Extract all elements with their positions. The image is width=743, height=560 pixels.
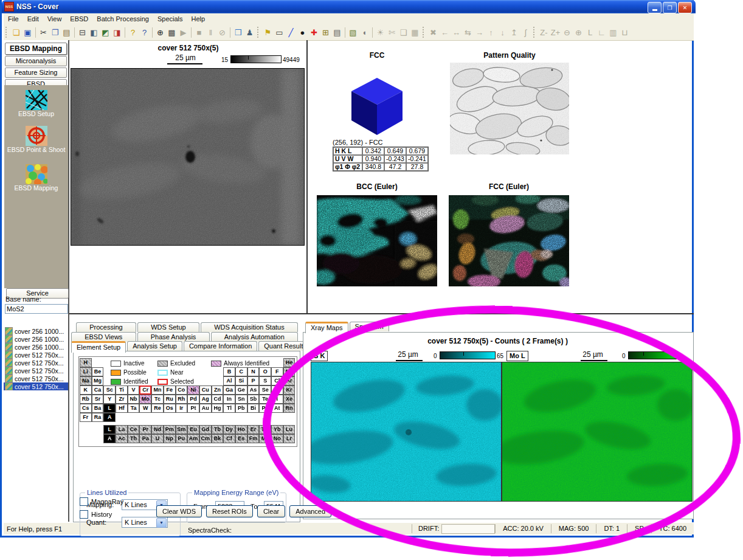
- element-ca[interactable]: Ca: [92, 385, 104, 395]
- reset-rois-button[interactable]: Reset ROIs: [206, 505, 253, 517]
- list-item[interactable]: cover 512 750x...: [4, 382, 68, 390]
- title-bar[interactable]: NSS NSS - Cover ❐ ✕: [2, 0, 696, 13]
- element-re[interactable]: Re: [151, 404, 164, 413]
- element-in[interactable]: In: [223, 395, 235, 404]
- menu-view[interactable]: View: [43, 13, 66, 24]
- element-a[interactable]: A: [103, 434, 116, 443]
- rect-tool-icon[interactable]: ▭: [274, 26, 285, 38]
- restore-button[interactable]: ❐: [663, 2, 677, 13]
- copy-icon[interactable]: ❐: [49, 26, 61, 38]
- element-er[interactable]: Er: [247, 425, 260, 434]
- pattern-quality-image[interactable]: [450, 63, 569, 154]
- element-mn[interactable]: Mn: [151, 385, 164, 395]
- element-l[interactable]: L: [103, 404, 116, 413]
- element-ra[interactable]: Ra: [92, 413, 104, 422]
- element-nb[interactable]: Nb: [128, 395, 140, 404]
- element-np[interactable]: Np: [164, 434, 176, 443]
- element-au[interactable]: Au: [199, 404, 212, 413]
- list-item[interactable]: cover 512 750x...: [4, 359, 68, 367]
- user-icon[interactable]: ♟: [244, 26, 255, 38]
- element-mg[interactable]: Mg: [92, 376, 104, 385]
- menu-ebsd[interactable]: EBSD: [66, 13, 92, 24]
- context-help-icon[interactable]: ?: [139, 26, 150, 38]
- element-f[interactable]: F: [271, 367, 283, 376]
- element-pb[interactable]: Pb: [235, 404, 247, 413]
- element-cd[interactable]: Cd: [212, 395, 224, 404]
- element-pa[interactable]: Pa: [139, 434, 151, 443]
- element-hf[interactable]: Hf: [116, 404, 128, 413]
- element-rh[interactable]: Rh: [176, 395, 188, 404]
- element-la[interactable]: La: [116, 425, 128, 434]
- element-os[interactable]: Os: [164, 404, 176, 413]
- beam-control-icon[interactable]: ▩: [166, 26, 178, 38]
- tab-wds-acquisition-status[interactable]: WDS Acquisition Status: [201, 322, 298, 332]
- list-item[interactable]: cover 256 1000...: [4, 343, 68, 351]
- sem-image[interactable]: [71, 68, 305, 246]
- tab-xray-maps[interactable]: Xray Maps: [305, 322, 348, 333]
- element-dy[interactable]: Dy: [223, 425, 235, 434]
- stage-position-icon[interactable]: ⊕: [154, 26, 166, 38]
- element-pm[interactable]: Pm: [164, 425, 176, 434]
- element-pu[interactable]: Pu: [176, 434, 188, 443]
- element-ge[interactable]: Ge: [235, 385, 247, 395]
- element-eu[interactable]: Eu: [187, 425, 199, 434]
- element-lr[interactable]: Lr: [283, 434, 295, 443]
- element-bk[interactable]: Bk: [212, 434, 224, 443]
- element-as[interactable]: As: [247, 385, 260, 395]
- magnaray-checkbox[interactable]: [80, 497, 88, 506]
- menu-help[interactable]: Help: [187, 13, 210, 24]
- tab-ebsd-views[interactable]: EBSD Views: [71, 332, 136, 342]
- sidebar-item-ebsd-mapping[interactable]: EBSD Mapping: [4, 164, 68, 192]
- element-cm[interactable]: Cm: [199, 434, 212, 443]
- element-rb[interactable]: Rb: [80, 395, 92, 404]
- element-ar[interactable]: Ar: [283, 376, 295, 385]
- element-zn[interactable]: Zn: [212, 385, 224, 395]
- line-tool-icon[interactable]: ╱: [285, 26, 297, 38]
- element-se[interactable]: Se: [259, 385, 271, 395]
- tab-element-setup[interactable]: Element Setup: [71, 341, 126, 353]
- tab-spectrum[interactable]: Spectrum: [350, 322, 389, 331]
- element-ir[interactable]: Ir: [176, 404, 188, 413]
- list-item[interactable]: cover 256 1000...: [4, 327, 68, 335]
- element-sm[interactable]: Sm: [176, 425, 188, 434]
- point-tool-icon[interactable]: ●: [297, 26, 308, 38]
- element-at[interactable]: At: [271, 404, 283, 413]
- element-ac[interactable]: Ac: [116, 434, 128, 443]
- print-preview-icon[interactable]: ◧: [88, 26, 100, 38]
- element-gd[interactable]: Gd: [199, 425, 212, 434]
- clear-wds-button[interactable]: Clear WDS: [156, 505, 202, 517]
- tab-processing[interactable]: Processing: [76, 322, 136, 332]
- print-icon[interactable]: ⊟: [77, 26, 88, 38]
- element-ni[interactable]: Ni: [187, 385, 199, 395]
- element-ga[interactable]: Ga: [223, 385, 235, 395]
- element-md[interactable]: Md: [259, 434, 271, 443]
- element-a[interactable]: A: [103, 413, 116, 422]
- mo-l-xray-map-image[interactable]: [502, 362, 693, 502]
- element-kr[interactable]: Kr: [283, 385, 295, 395]
- bcc-euler-map-image[interactable]: [317, 195, 437, 286]
- element-po[interactable]: Po: [259, 404, 271, 413]
- sidebar-item-microanalysis[interactable]: Microanalysis: [5, 56, 67, 66]
- quant-lines-select[interactable]: K Lines ▼: [122, 517, 168, 528]
- element-v[interactable]: V: [128, 385, 140, 395]
- menu-specials[interactable]: Specials: [153, 13, 187, 24]
- blob-icon[interactable]: ◖: [359, 26, 370, 38]
- tab-analysis-automation[interactable]: Analysis Automation: [211, 332, 298, 342]
- menu-file[interactable]: File: [4, 13, 23, 24]
- element-be[interactable]: Be: [92, 367, 104, 376]
- element-ba[interactable]: Ba: [92, 404, 104, 413]
- element-hg[interactable]: Hg: [212, 404, 224, 413]
- list-item[interactable]: cover 512 750x...: [4, 367, 68, 375]
- element-ti[interactable]: Ti: [116, 385, 128, 395]
- element-ru[interactable]: Ru: [164, 395, 176, 404]
- magnaray-checkbox-row[interactable]: MagnaRay: [80, 497, 123, 506]
- history-checkbox-row[interactable]: History: [80, 510, 112, 519]
- element-sc[interactable]: Sc: [103, 385, 116, 395]
- element-xe[interactable]: Xe: [283, 395, 295, 404]
- marker-tool-icon[interactable]: ⚑: [262, 26, 274, 38]
- element-cs[interactable]: Cs: [80, 404, 92, 413]
- fcc-euler-map-image[interactable]: [449, 195, 569, 286]
- list-item[interactable]: cover 512 750x...: [4, 351, 68, 359]
- element-tl[interactable]: Tl: [223, 404, 235, 413]
- element-th[interactable]: Th: [128, 434, 140, 443]
